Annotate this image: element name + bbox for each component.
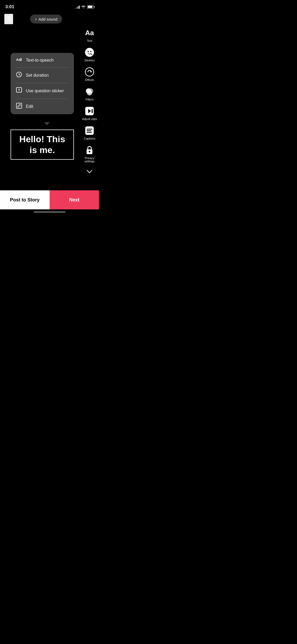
svg-text:?: ?	[18, 88, 20, 92]
svg-rect-16	[89, 151, 90, 153]
menu-label-question-sticker: Use question sticker	[26, 89, 64, 93]
svg-rect-21	[16, 103, 22, 108]
status-bar: 3:01	[0, 0, 99, 12]
svg-point-2	[90, 51, 92, 52]
main-area: Aa Text Stickers	[0, 26, 99, 180]
menu-label-edit: Edit	[26, 104, 33, 109]
add-sound-button[interactable]: ♪ Add sound	[30, 15, 62, 24]
sidebar-label-adjust-clips: Adjust clips	[82, 117, 97, 121]
sidebar-item-captions[interactable]: Captions	[84, 125, 95, 140]
status-icons	[75, 4, 94, 9]
sidebar-label-captions: Captions	[84, 137, 95, 140]
tts-icon: Aa	[16, 57, 22, 63]
svg-rect-12	[87, 130, 91, 131]
status-time: 3:01	[5, 4, 14, 10]
effects-icon	[84, 67, 95, 77]
sidebar-label-stickers: Stickers	[84, 59, 95, 62]
context-menu: Aa Text-to-speech Set duration	[11, 53, 74, 114]
svg-point-6	[87, 90, 92, 95]
next-button[interactable]: Next	[50, 190, 99, 209]
sidebar-item-adjust-clips[interactable]: Adjust clips	[82, 106, 97, 121]
top-bar: ♪ Add sound	[0, 12, 99, 26]
svg-point-3	[85, 68, 94, 76]
battery-icon	[87, 5, 94, 9]
sidebar-label-privacy: Privacy settings	[84, 157, 95, 163]
signal-icon	[75, 5, 80, 9]
sidebar-item-more[interactable]	[86, 168, 93, 176]
sidebar-item-stickers[interactable]: Stickers	[84, 47, 95, 62]
svg-text:Aa: Aa	[16, 58, 21, 62]
right-sidebar: Aa Text Stickers	[82, 26, 97, 176]
sidebar-item-privacy-settings[interactable]: Privacy settings	[84, 145, 95, 163]
stickers-icon	[84, 47, 95, 58]
bottom-bar: Post to Story Next	[0, 190, 99, 215]
svg-rect-9	[92, 109, 93, 113]
sidebar-item-text[interactable]: Aa Text	[84, 27, 95, 42]
menu-item-edit[interactable]: Edit	[11, 99, 74, 114]
svg-rect-13	[87, 132, 92, 133]
sidebar-item-filters[interactable]: Filters	[84, 86, 95, 101]
menu-item-question-sticker[interactable]: ? Use question sticker	[11, 83, 74, 99]
home-bar	[34, 211, 65, 213]
captions-icon	[84, 125, 95, 136]
edit-icon	[16, 103, 22, 110]
sidebar-label-effects: Effects	[85, 78, 94, 81]
home-indicator	[0, 209, 99, 215]
question-icon: ?	[16, 87, 22, 94]
menu-item-set-duration[interactable]: Set duration	[11, 67, 74, 83]
privacy-icon	[84, 145, 95, 155]
back-button[interactable]	[4, 14, 13, 24]
canvas-text-content: Hello! This is me.	[16, 134, 68, 155]
bottom-buttons: Post to Story Next	[0, 190, 99, 209]
menu-label-set-duration: Set duration	[26, 73, 49, 78]
music-note-icon: ♪	[35, 17, 37, 21]
svg-point-1	[88, 51, 89, 52]
text-icon: Aa	[84, 27, 95, 38]
menu-item-text-to-speech[interactable]: Aa Text-to-speech	[11, 53, 74, 67]
svg-rect-11	[87, 129, 92, 130]
sidebar-label-text: Text	[87, 39, 92, 42]
svg-point-0	[85, 48, 94, 57]
context-menu-tail	[44, 122, 50, 125]
menu-label-text-to-speech: Text-to-speech	[26, 58, 54, 63]
sidebar-item-effects[interactable]: Effects	[84, 67, 95, 81]
sidebar-label-filters: Filters	[86, 98, 93, 101]
wifi-icon	[81, 4, 86, 9]
post-to-story-button[interactable]: Post to Story	[0, 190, 50, 209]
chevron-down-icon	[86, 168, 93, 176]
add-sound-label: Add sound	[39, 17, 58, 21]
clock-icon	[16, 72, 22, 79]
filters-icon	[84, 86, 95, 97]
adjust-clips-icon	[84, 106, 95, 116]
canvas-text-element[interactable]: Hello! This is me.	[11, 130, 74, 160]
